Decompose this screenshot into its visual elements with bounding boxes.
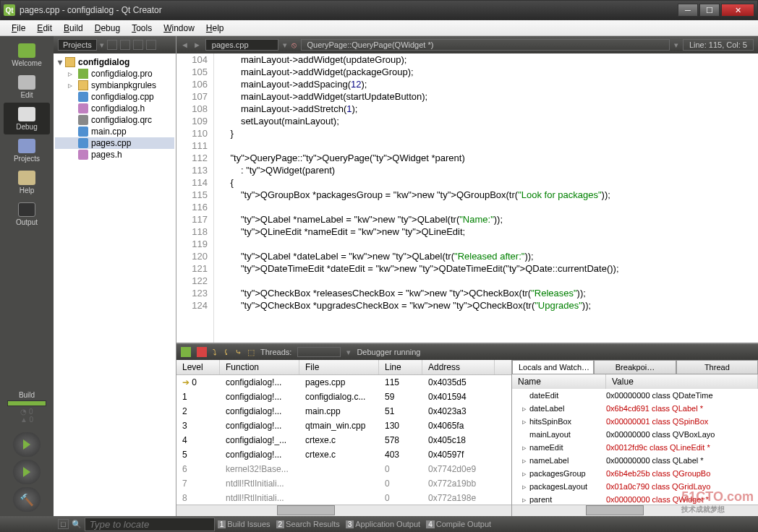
output-pane-number[interactable]: 4 — [426, 520, 435, 528]
output-pane-search-results[interactable]: Search Results — [286, 520, 340, 528]
variable-row[interactable]: mainLayout0x00000000 class QVBoxLayo — [512, 428, 758, 441]
locals-tab[interactable]: Thread — [676, 360, 758, 374]
cursor-position[interactable]: Line: 115, Col: 5 — [683, 39, 754, 51]
col-line[interactable]: Line — [379, 360, 422, 374]
build-button[interactable]: 🔨 — [13, 487, 41, 512]
build-label: Build — [3, 391, 51, 399]
tree-item[interactable]: configdialog.cpp — [55, 91, 174, 103]
step-over-icon[interactable]: ⤵ — [213, 348, 217, 356]
stack-frame[interactable]: 3configdialog!...qtmain_win.cpp1300x4065… — [176, 419, 511, 433]
variable-row[interactable]: ▹parent0x00000000 class QWidget * — [512, 493, 758, 505]
output-pane-number[interactable]: 2 — [276, 520, 285, 528]
mode-help[interactable]: Help — [4, 166, 50, 198]
step-instruction-icon[interactable]: ⬚ — [247, 348, 255, 357]
split-icon[interactable] — [133, 40, 143, 50]
mode-welcome[interactable]: Welcome — [4, 39, 50, 71]
output-pane-build-issues[interactable]: Build Issues — [227, 520, 270, 528]
stack-frame[interactable]: 4configdialog!_...crtexe.c5780x405c18 — [176, 433, 511, 447]
output-pane-application-output[interactable]: Application Output — [355, 520, 420, 528]
debug-panel: ⤵ ⤹ ⤷ ⬚ Threads: ▾ Debugger running Leve… — [176, 343, 758, 516]
debug-run-button[interactable] — [13, 460, 41, 484]
locals-rows[interactable]: dateEdit0x00000000 class QDateTime▹dateL… — [512, 389, 758, 505]
tree-item[interactable]: configdialog.qrc — [55, 114, 174, 126]
locals-tabs: Locals and Watch…Breakpoi…Thread — [512, 360, 758, 374]
maximize-button[interactable]: ☐ — [699, 4, 720, 17]
mode-output[interactable]: Output — [4, 198, 50, 230]
build-indicator: Build ◔ 0 ▲ 0 — [0, 388, 54, 426]
editor-toolbar: ◄ ► pages.cpp ▾ ⦸ QueryPage::QueryPage(Q… — [176, 36, 758, 53]
close-panel-icon[interactable] — [146, 40, 156, 50]
col-name: Name — [512, 374, 606, 389]
stack-frame[interactable]: ➔ 0configdialog!...pages.cpp1150x4035d5 — [176, 375, 511, 390]
code-editor[interactable]: 1041051061071081091101111121131141151161… — [176, 53, 758, 343]
variable-row[interactable]: ▹hitsSpinBox0x00000001 class QSpinBox — [512, 415, 758, 428]
stack-frame[interactable]: 2configdialog!...main.cpp510x4023a3 — [176, 404, 511, 419]
output-pane-number[interactable]: 3 — [346, 520, 354, 528]
menu-file[interactable]: File — [6, 22, 31, 35]
stack-frame[interactable]: 8ntdll!RtlInitiali...00x772a198e — [176, 491, 511, 505]
locals-tab[interactable]: Locals and Watch… — [512, 360, 594, 374]
minimize-button[interactable]: ─ — [678, 4, 698, 17]
nav-back-icon[interactable]: ◄ — [181, 40, 189, 49]
stack-frame[interactable]: 5configdialog!...crtexe.c4030x40597f — [176, 447, 511, 462]
nav-forward-icon[interactable]: ► — [193, 40, 201, 49]
project-tree[interactable]: ▾ configdialog▹ configdialog.pro▹ symbia… — [54, 53, 176, 163]
stack-rows[interactable]: ➔ 0configdialog!...pages.cpp1150x4035d51… — [176, 375, 511, 505]
col-address[interactable]: Address — [422, 360, 495, 374]
open-file-selector[interactable]: pages.cpp — [205, 39, 278, 51]
output-pane-compile-output[interactable]: Compile Output — [436, 520, 491, 528]
stack-frame[interactable]: 6kernel32!Base...00x7742d0e9 — [176, 462, 511, 476]
variable-row[interactable]: ▹dateLabel0x6b4cd691 class QLabel * — [512, 402, 758, 415]
window-title: pages.cpp - configdialog - Qt Creator — [20, 5, 678, 15]
menu-window[interactable]: Window — [158, 22, 200, 35]
menu-edit[interactable]: Edit — [31, 22, 58, 35]
continue-icon[interactable] — [181, 347, 191, 357]
locals-tab[interactable]: Breakpoi… — [594, 360, 676, 374]
locator-input[interactable] — [85, 518, 215, 531]
step-into-icon[interactable]: ⤹ — [223, 348, 229, 357]
stack-frame[interactable]: 7ntdll!RtlInitiali...00x772a19bb — [176, 476, 511, 491]
projects-selector[interactable]: Projects — [58, 39, 97, 51]
output-pane-number[interactable]: 1 — [218, 520, 226, 528]
code-content[interactable]: mainLayout->addWidget(updateGroup); main… — [214, 53, 758, 343]
variable-row[interactable]: ▹packagesLayout0x01a0c790 class QGridLay… — [512, 480, 758, 493]
locals-header: Name Value — [512, 374, 758, 389]
mode-edit[interactable]: Edit — [4, 71, 50, 103]
toggle-sidebar-icon[interactable]: □ — [58, 519, 69, 529]
tree-item[interactable]: pages.cpp — [55, 137, 174, 149]
stack-scrollbar[interactable] — [176, 505, 511, 516]
variable-row[interactable]: ▹nameLabel0x00000000 class QLabel * — [512, 454, 758, 467]
menu-build[interactable]: Build — [58, 22, 89, 35]
thread-selector[interactable] — [297, 347, 341, 357]
tree-item[interactable]: main.cpp — [55, 126, 174, 137]
tree-item[interactable]: ▹ configdialog.pro — [55, 68, 174, 80]
stack-frame[interactable]: 1configdialog!...configdialog.c...590x40… — [176, 390, 511, 404]
stop-icon[interactable] — [197, 347, 207, 357]
mode-projects[interactable]: Projects — [4, 134, 50, 166]
col-file[interactable]: File — [299, 360, 379, 374]
tree-item[interactable]: pages.h — [55, 149, 174, 160]
col-function[interactable]: Function — [220, 360, 299, 374]
menu-debug[interactable]: Debug — [89, 22, 126, 35]
projects-toolbar: Projects ▾ — [54, 36, 176, 53]
close-button[interactable]: ✕ — [721, 4, 754, 17]
menu-help[interactable]: Help — [200, 22, 230, 35]
symbol-breadcrumb[interactable]: QueryPage::QueryPage(QWidget *) — [301, 39, 670, 51]
sync-icon[interactable] — [120, 40, 130, 50]
titlebar: Qt pages.cpp - configdialog - Qt Creator… — [0, 0, 758, 20]
locals-scrollbar[interactable] — [512, 505, 758, 516]
menu-tools[interactable]: Tools — [126, 22, 158, 35]
mode-debug[interactable]: Debug — [4, 103, 50, 134]
lock-icon[interactable]: ⦸ — [291, 40, 297, 50]
run-button[interactable] — [13, 432, 41, 457]
variable-row[interactable]: ▹nameEdit0x0012fd9c class QLineEdit * — [512, 441, 758, 454]
line-gutter[interactable]: 1041051061071081091101111121131141151161… — [176, 53, 214, 343]
step-out-icon[interactable]: ⤷ — [235, 348, 242, 357]
col-level[interactable]: Level — [176, 360, 220, 374]
tree-item[interactable]: ▹ symbianpkgrules — [55, 80, 174, 91]
tree-item[interactable]: configdialog.h — [55, 103, 174, 114]
tree-root[interactable]: ▾ configdialog — [55, 56, 174, 68]
variable-row[interactable]: dateEdit0x00000000 class QDateTime — [512, 389, 758, 402]
filter-icon[interactable] — [107, 40, 117, 50]
variable-row[interactable]: ▹packagesGroup0x6b4eb25b class QGroupBo — [512, 467, 758, 480]
